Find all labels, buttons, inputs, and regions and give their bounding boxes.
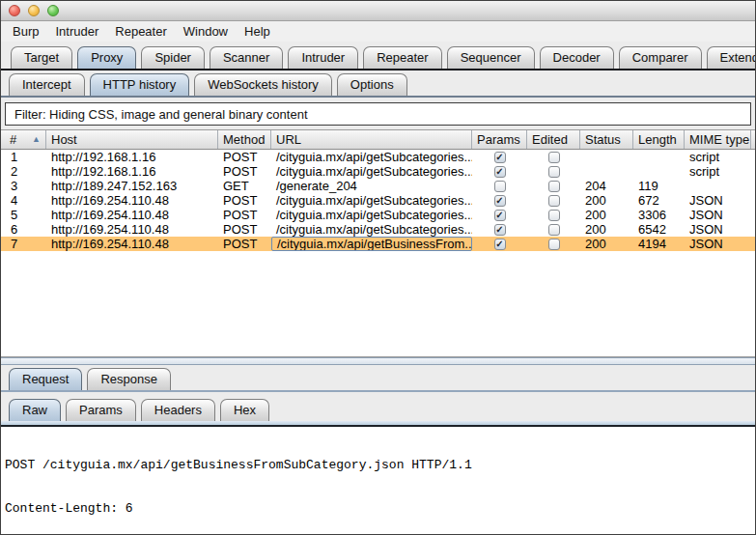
minimize-button[interactable] (28, 5, 40, 16)
tab-raw[interactable]: Raw (9, 399, 61, 421)
table-row[interactable]: 4 http://169.254.110.48 POST /cityguia.m… (1, 193, 755, 208)
tab-response[interactable]: Response (87, 368, 171, 390)
filter-bar[interactable]: Filter: Hiding CSS, image and general bi… (5, 102, 751, 126)
edited-checkbox (548, 210, 560, 221)
row-number-cell: 3 (1, 179, 46, 193)
length-cell: 672 (633, 193, 685, 208)
table-row[interactable]: 5 http://169.254.110.48 POST /cityguia.m… (1, 208, 755, 222)
column-header-method[interactable]: Method (218, 130, 271, 149)
tab-target[interactable]: Target (11, 46, 72, 69)
filter-bar-container: Filter: Hiding CSS, image and general bi… (1, 98, 755, 129)
params-cell: ✓ (472, 237, 527, 251)
pane-splitter[interactable] (1, 357, 755, 365)
table-row[interactable]: 2 http://192.168.1.16 POST /cityguia.mx/… (1, 164, 755, 179)
column-label-number: # (10, 132, 16, 147)
host-cell: http://192.168.1.16 (46, 164, 218, 179)
status-cell (580, 150, 633, 164)
table-row[interactable]: 6 http://169.254.110.48 POST /cityguia.m… (1, 222, 755, 237)
message-tab-bar: Request Response (1, 365, 755, 392)
menu-item-repeater[interactable]: Repeater (115, 24, 166, 39)
mime-type-cell: JSON (685, 193, 755, 208)
tab-scanner[interactable]: Scanner (210, 46, 283, 69)
row-number-cell: 2 (1, 164, 46, 179)
tab-params[interactable]: Params (66, 399, 136, 421)
url-cell: /cityguia.mx/api/getSubcategories... (271, 208, 472, 222)
tab-proxy[interactable]: Proxy (77, 46, 136, 69)
column-header-host[interactable]: Host (46, 130, 218, 149)
column-header-number[interactable]: # ▲ (1, 130, 46, 149)
mime-type-cell: JSON (685, 222, 755, 237)
status-cell (580, 164, 633, 179)
close-button[interactable] (9, 5, 20, 16)
tab-request[interactable]: Request (9, 368, 82, 390)
host-cell: http://192.168.1.16 (46, 150, 218, 164)
mime-type-cell: script (685, 150, 755, 164)
params-checkbox: ✓ (494, 195, 506, 207)
edited-cell (527, 208, 580, 222)
table-empty-area (1, 251, 755, 356)
mime-type-cell: JSON (685, 208, 755, 222)
tab-hex[interactable]: Hex (220, 399, 269, 421)
title-bar (1, 1, 755, 21)
edited-cell (527, 164, 580, 179)
params-cell: ✓ (472, 150, 527, 164)
params-checkbox: ✓ (494, 166, 506, 178)
url-cell: /generate_204 (271, 179, 472, 193)
burp-suite-window: Burp Intruder Repeater Window Help Targe… (0, 0, 756, 535)
tab-repeater[interactable]: Repeater (363, 46, 441, 69)
column-header-params[interactable]: Params (472, 130, 527, 149)
method-cell: POST (218, 237, 271, 251)
tab-intruder[interactable]: Intruder (288, 46, 358, 69)
status-cell: 200 (580, 222, 633, 237)
menu-bar: Burp Intruder Repeater Window Help (1, 21, 755, 42)
column-header-status[interactable]: Status (580, 130, 633, 149)
params-checkbox (494, 181, 506, 192)
params-cell (472, 179, 527, 193)
column-header-length[interactable]: Length (633, 130, 685, 149)
host-cell: http://169.254.110.48 (46, 237, 218, 251)
editor-tab-bar: Raw Params Headers Hex (1, 396, 755, 421)
tab-headers[interactable]: Headers (141, 399, 215, 421)
raw-request-view[interactable]: POST /cityguia.mx/api/getBusinessFromSub… (1, 427, 755, 534)
zoom-button[interactable] (47, 5, 59, 16)
params-checkbox: ✓ (494, 224, 506, 236)
column-header-url[interactable]: URL (271, 130, 472, 149)
method-cell: POST (218, 150, 271, 164)
table-row[interactable]: 3 http://189.247.152.163 GET /generate_2… (1, 179, 755, 193)
tab-intercept[interactable]: Intercept (9, 73, 85, 96)
status-cell: 200 (580, 237, 633, 251)
row-number-cell: 6 (1, 222, 46, 237)
url-cell: /cityguia.mx/api/getSubcategories... (271, 222, 472, 237)
tab-http-history[interactable]: HTTP history (90, 73, 190, 96)
host-cell: http://169.254.110.48 (46, 222, 218, 237)
method-cell: GET (218, 179, 271, 193)
menu-item-help[interactable]: Help (244, 24, 270, 39)
length-cell: 119 (633, 179, 685, 193)
table-row-selected[interactable]: 7 http://169.254.110.48 POST /cityguia.m… (1, 237, 755, 251)
url-cell-focused: /cityguia.mx/api/getBusinessFrom... (271, 237, 472, 251)
params-cell: ✓ (472, 208, 527, 222)
host-cell: http://169.254.110.48 (46, 193, 218, 208)
menu-item-burp[interactable]: Burp (13, 24, 39, 39)
params-checkbox: ✓ (494, 210, 506, 221)
menu-item-intruder[interactable]: Intruder (55, 24, 98, 39)
request-line: POST /cityguia.mx/api/getBusinessFromSub… (5, 458, 755, 472)
params-cell: ✓ (472, 222, 527, 237)
column-header-mime-type[interactable]: MIME type (685, 130, 751, 149)
column-header-edited[interactable]: Edited (527, 130, 580, 149)
url-cell: /cityguia.mx/api/getSubcategories... (271, 164, 472, 179)
tab-sequencer[interactable]: Sequencer (447, 46, 535, 69)
status-cell: 204 (580, 179, 633, 193)
tab-websockets-history[interactable]: WebSockets history (194, 73, 332, 96)
filter-text: Filter: Hiding CSS, image and general bi… (14, 107, 308, 122)
params-cell: ✓ (472, 164, 527, 179)
row-number-cell: 1 (1, 150, 46, 164)
tab-spider[interactable]: Spider (141, 46, 205, 69)
params-checkbox: ✓ (494, 239, 506, 250)
tab-extender[interactable]: Extender (707, 46, 756, 69)
tab-decoder[interactable]: Decoder (540, 46, 614, 69)
menu-item-window[interactable]: Window (183, 24, 228, 39)
tab-comparer[interactable]: Comparer (619, 46, 702, 69)
tab-proxy-options[interactable]: Options (337, 73, 407, 96)
table-row[interactable]: 1 http://192.168.1.16 POST /cityguia.mx/… (1, 150, 755, 164)
